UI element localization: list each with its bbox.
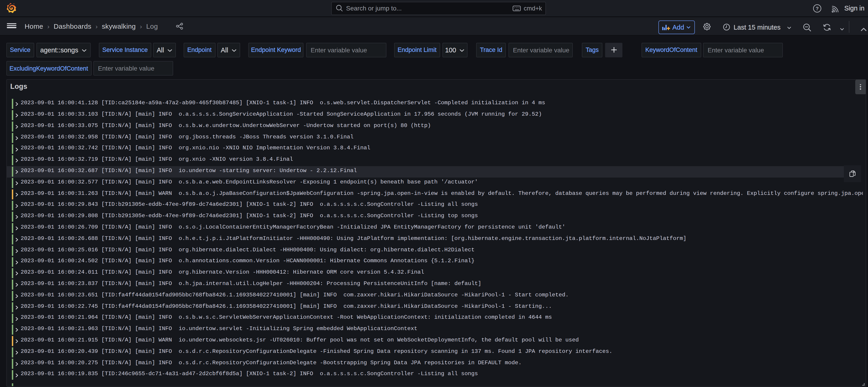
svg-text:?: ?	[815, 6, 818, 11]
